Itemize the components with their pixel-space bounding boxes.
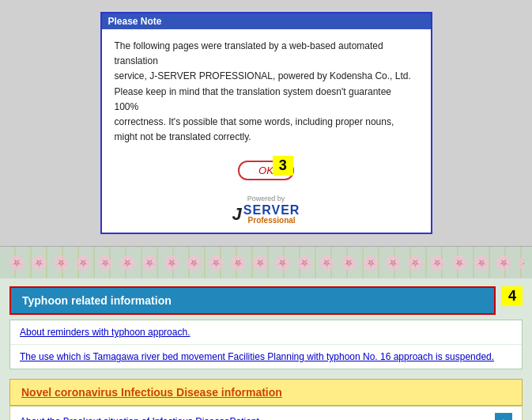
typhoon-section: Typhoon related information 4 About remi… (9, 286, 523, 369)
jserver-professional: Professional (243, 217, 300, 225)
pattern-icon: 🌸 (8, 254, 25, 271)
pattern-icon: 🌸 (517, 254, 524, 271)
pattern-icon: 🌸 (52, 254, 70, 271)
pattern-icon: 🌸 (406, 254, 424, 271)
pattern-icon: 🌸 (340, 254, 357, 271)
top-section: Please Note The following pages were tra… (0, 0, 532, 246)
pattern-icon: 🌸 (141, 254, 158, 271)
pattern-icon: 🌸 (495, 254, 512, 271)
pattern-icon: 🌸 (251, 254, 269, 271)
pattern-header: 🌸 🌸 🌸 🌸 🌸 🌸 🌸 🌸 🌸 🌸 🌸 🌸 🌸 🌸 🌸 🌸 🌸 🌸 🌸 🌸 … (0, 247, 532, 278)
coronavirus-items-list: About the Breakout situation of Infectio… (9, 406, 523, 420)
pattern-icon: 🌸 (362, 254, 379, 271)
pattern-icon: 🌸 (119, 254, 136, 271)
coronavirus-section-title: Novel coronavirus Infectious Disease inf… (9, 379, 523, 406)
typhoon-items-list: About reminders with typhoon approach. T… (9, 320, 523, 369)
bottom-inner: Typhoon related information 4 About remi… (0, 278, 532, 420)
typhoon-link-1[interactable]: About reminders with typhoon approach. (20, 327, 190, 338)
step-4-badge: 4 (502, 286, 523, 306)
pattern-icon: 🌸 (207, 254, 224, 271)
jserver-name: SERVER (243, 204, 300, 217)
dialog-ok-row: OK 3 (102, 154, 431, 190)
dialog-content-line4: correctness. It's possible that some wor… (115, 116, 394, 127)
dialog-content: The following pages were translated by a… (102, 29, 431, 154)
typhoon-link-2[interactable]: The use which is Tamagawa river bed move… (20, 351, 494, 362)
bottom-section: 🌸 🌸 🌸 🌸 🌸 🌸 🌸 🌸 🌸 🌸 🌸 🌸 🌸 🌸 🌸 🌸 🌸 🌸 🌸 🌸 … (0, 246, 532, 420)
typhoon-item-1: About reminders with typhoon approach. (10, 320, 522, 345)
pattern-icon: 🌸 (473, 254, 490, 271)
coronavirus-link-1[interactable]: About the Breakout situation of Infectio… (20, 416, 262, 420)
powered-by-text: Powered by (102, 195, 431, 202)
jserver-j-letter: J (232, 204, 242, 225)
translation-notice-dialog: Please Note The following pages were tra… (100, 12, 432, 234)
typhoon-item-2: The use which is Tamagawa river bed move… (10, 345, 522, 369)
pattern-icon: 🌸 (384, 254, 402, 271)
dialog-content-line3: Please keep in mind that the translation… (115, 86, 392, 112)
pattern-icon: 🌸 (74, 254, 92, 271)
pattern-icon: 🌸 (185, 254, 202, 271)
pattern-icon: 🌸 (163, 254, 180, 271)
dialog-content-line1: The following pages were translated by a… (115, 40, 383, 66)
step-3-badge: 3 (273, 156, 293, 176)
coronavirus-item-1: About the Breakout situation of Infectio… (10, 407, 522, 420)
pattern-icon: 🌸 (451, 254, 468, 271)
jserver-brand: J SERVER Professional (232, 204, 300, 225)
pattern-icon: 🌸 (318, 254, 335, 271)
coronavirus-section: Novel coronavirus Infectious Disease inf… (9, 379, 523, 420)
pattern-icons: 🌸 🌸 🌸 🌸 🌸 🌸 🌸 🌸 🌸 🌸 🌸 🌸 🌸 🌸 🌸 🌸 🌸 🌸 🌸 🌸 … (8, 254, 524, 271)
jserver-text-block: SERVER Professional (243, 204, 300, 225)
pattern-icon: 🌸 (296, 254, 313, 271)
pattern-icon: 🌸 (274, 254, 291, 271)
pattern-icon: 🌸 (96, 254, 114, 271)
typhoon-section-title: Typhoon related information (9, 286, 496, 315)
dialog-content-line5: might not be translated correctly. (115, 131, 251, 142)
pattern-icon: 🌸 (428, 254, 446, 271)
dialog-title-bar: Please Note (102, 13, 431, 29)
jserver-logo: Powered by J SERVER Professional (102, 190, 431, 233)
pattern-icon: 🌸 (229, 254, 247, 271)
typhoon-header-row: Typhoon related information 4 (9, 286, 523, 315)
dialog-title: Please Note (108, 16, 162, 27)
scroll-up-button[interactable]: ▲ (495, 413, 512, 420)
pattern-icon: 🌸 (30, 254, 47, 271)
dialog-content-line2: service, J-SERVER PROFESSIONAL, powered … (115, 70, 411, 81)
